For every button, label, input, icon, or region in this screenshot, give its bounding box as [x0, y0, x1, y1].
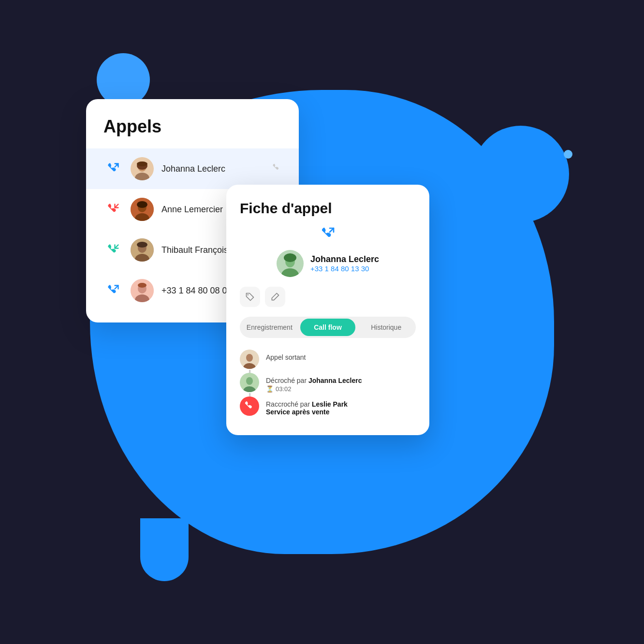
fiche-avatar	[277, 250, 304, 277]
svg-point-16	[138, 283, 146, 288]
fiche-caller-phone: +33 1 84 80 13 30	[310, 264, 379, 273]
fiche-card: Fiche d'appel	[226, 185, 429, 435]
deco-circle-right	[472, 126, 569, 222]
call-item-johanna[interactable]: Johanna Leclerc	[86, 148, 299, 189]
callflow-list: Appel sortant Décroché par Johanna Lecle…	[240, 350, 416, 420]
fiche-actions	[240, 287, 416, 307]
avatar-unknown	[131, 279, 154, 302]
hourglass-icon: ⏳	[266, 385, 274, 393]
callflow-content-step3: Raccroché par Leslie Park Service après …	[266, 396, 348, 416]
call-type-icon-anne	[103, 200, 123, 219]
callflow-content-step1: Appel sortant	[266, 350, 306, 361]
deco-circle-top	[97, 53, 150, 106]
svg-point-20	[284, 253, 296, 262]
tab-enregistrement[interactable]: Enregistrement	[242, 319, 297, 336]
callflow-avatar-step2	[240, 373, 259, 392]
tab-historique[interactable]: Historique	[358, 319, 414, 336]
call-name-johanna: Johanna Leclerc	[161, 164, 264, 174]
callflow-prefix-step2: Décroché par	[266, 377, 308, 384]
svg-point-21	[248, 294, 249, 296]
fiche-caller-name: Johanna Leclerc	[310, 254, 379, 264]
svg-point-8	[137, 201, 147, 208]
tag-button[interactable]	[240, 287, 260, 307]
call-type-icon-johanna	[103, 159, 123, 178]
callflow-duration-value: 03:02	[276, 385, 292, 393]
appels-title: Appels	[86, 117, 299, 148]
fiche-title: Fiche d'appel	[240, 200, 416, 217]
callflow-sub-step3: Service après vente	[266, 408, 348, 416]
call-type-icon-unknown	[103, 281, 123, 300]
callflow-item-step1: Appel sortant	[240, 350, 416, 373]
phone-icon-johanna	[272, 163, 281, 175]
scene: Appels Jo	[0, 0, 644, 644]
svg-point-4	[137, 161, 147, 166]
edit-button[interactable]	[265, 287, 285, 307]
tab-callflow[interactable]: Call flow	[300, 319, 356, 336]
fiche-caller-row: Johanna Leclerc +33 1 84 80 13 30	[277, 250, 379, 277]
callflow-text-step1: Appel sortant	[266, 353, 306, 361]
svg-point-23	[246, 354, 253, 362]
svg-point-12	[137, 242, 147, 248]
callflow-text-step3: Raccroché par Leslie Park	[266, 400, 348, 408]
callflow-avatar-step3	[240, 396, 259, 416]
avatar-johanna	[131, 157, 154, 180]
avatar-anne	[131, 198, 154, 221]
callflow-item-step2: Décroché par Johanna Leclerc ⏳ 03:02	[240, 373, 416, 396]
callflow-prefix-step3: Raccroché par	[266, 400, 312, 408]
callflow-duration-step2: ⏳ 03:02	[266, 385, 362, 393]
deco-tail	[140, 518, 189, 581]
callflow-content-step2: Décroché par Johanna Leclerc ⏳ 03:02	[266, 373, 362, 393]
callflow-label-step1: Appel sortant	[266, 353, 306, 361]
callflow-item-step3: Raccroché par Leslie Park Service après …	[240, 396, 416, 420]
fiche-caller-info: Johanna Leclerc +33 1 84 80 13 30	[310, 254, 379, 273]
avatar-thibault	[131, 238, 154, 262]
callflow-avatar-step1	[240, 350, 259, 369]
callflow-bold-step2: Johanna Leclerc	[308, 377, 362, 384]
svg-point-26	[246, 377, 253, 385]
call-type-icon-thibault	[103, 240, 123, 260]
fiche-outgoing-icon	[320, 226, 336, 245]
deco-circle-right-small	[564, 150, 572, 159]
fiche-tabs: Enregistrement Call flow Historique	[240, 317, 416, 338]
callflow-bold-step3: Leslie Park	[312, 400, 348, 408]
fiche-caller-section: Johanna Leclerc +33 1 84 80 13 30	[240, 226, 416, 277]
callflow-text-step2: Décroché par Johanna Leclerc	[266, 377, 362, 384]
